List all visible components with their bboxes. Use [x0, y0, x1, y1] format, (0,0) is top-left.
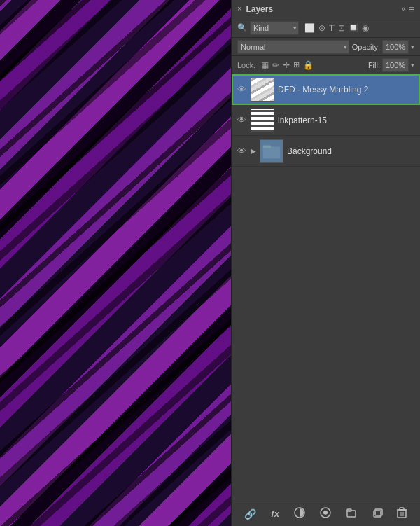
new-fill-icon — [294, 507, 305, 518]
filter-search-icon: 🔍 — [237, 23, 247, 32]
fill-arrow: ▾ — [411, 62, 414, 69]
adjustment-icon — [320, 507, 331, 518]
opacity-group: Opacity: 100% ▾ — [352, 40, 414, 54]
layer-visibility-icon[interactable]: 👁 — [236, 84, 247, 95]
footer-new-adjustment-button[interactable] — [317, 506, 334, 522]
lock-all-icon[interactable]: 🔒 — [303, 60, 314, 70]
layer-expand-icon[interactable]: ▶ — [251, 147, 256, 155]
layer-thumbnail — [260, 139, 284, 163]
footer-new-layer-button[interactable] — [369, 506, 386, 522]
layers-list: 👁 DFD - Messy Marbling 2 👁 inkpattern-15… — [232, 74, 420, 501]
filter-kind-select[interactable]: Kind Name Effect Mode Attribute Color — [250, 21, 299, 35]
footer-new-group-button[interactable] — [343, 506, 360, 522]
layer-name: inkpattern-15 — [278, 116, 416, 125]
layer-item[interactable]: 👁 ▶ Background — [232, 136, 420, 167]
trash-icon — [397, 507, 407, 518]
lock-transparent-icon[interactable]: ▦ — [261, 60, 269, 70]
panel-close-button[interactable]: × — [237, 5, 241, 13]
footer-link-icon[interactable]: 🔗 — [241, 507, 259, 521]
panel-footer: 🔗 fx — [232, 501, 420, 526]
panel-title: Layers — [246, 4, 273, 14]
layer-name: DFD - Messy Marbling 2 — [278, 85, 416, 95]
lock-row: Lock: ▦ ✏ ✛ ⊞ 🔒 Fill: 100% ▾ — [232, 56, 420, 74]
lock-position-icon[interactable]: ✛ — [283, 60, 290, 70]
panel-header-right: « ≡ — [402, 4, 414, 15]
lock-label: Lock: — [237, 61, 255, 69]
filter-adjustment-icon[interactable]: ⊙ — [318, 23, 326, 33]
filter-enabled-icon[interactable]: ◉ — [362, 23, 369, 33]
opacity-value[interactable]: 100% — [382, 40, 409, 54]
blend-mode-select[interactable]: Normal Dissolve Multiply Screen Overlay — [237, 40, 349, 54]
layer-thumbnail — [251, 109, 274, 132]
svg-rect-10 — [400, 508, 404, 510]
svg-rect-0 — [263, 146, 280, 158]
layer-visibility-icon[interactable]: 👁 — [236, 146, 247, 156]
filter-smartobj-icon[interactable]: 🔲 — [349, 23, 358, 32]
filter-text-icon[interactable]: T — [329, 22, 335, 33]
filter-kind-wrap: Kind Name Effect Mode Attribute Color — [250, 21, 299, 35]
filter-shape-icon[interactable]: ⊡ — [338, 23, 345, 33]
fill-value[interactable]: 100% — [382, 58, 409, 72]
filter-pixel-icon[interactable]: ⬜ — [304, 23, 315, 33]
layer-name: Background — [287, 146, 416, 156]
panel-header-left: × Layers — [237, 4, 273, 14]
layer-visibility-icon[interactable]: 👁 — [236, 115, 247, 125]
filter-type-icons: ⬜ ⊙ T ⊡ 🔲 ◉ — [304, 22, 369, 33]
new-layer-icon — [372, 507, 383, 518]
fill-label: Fill: — [368, 61, 380, 69]
opacity-arrow: ▾ — [411, 43, 414, 50]
lock-artboard-icon[interactable]: ⊞ — [293, 60, 300, 69]
lock-icons: ▦ ✏ ✛ ⊞ 🔒 — [261, 60, 314, 70]
footer-delete-button[interactable] — [394, 506, 410, 522]
footer-new-fill-button[interactable] — [291, 506, 308, 522]
panel-menu-icon[interactable]: ≡ — [409, 4, 414, 15]
folder-icon-svg — [260, 139, 283, 163]
layer-item[interactable]: 👁 DFD - Messy Marbling 2 — [232, 74, 420, 105]
panel-collapse-icon[interactable]: « — [402, 5, 406, 13]
layer-item[interactable]: 👁 inkpattern-15 — [232, 105, 420, 136]
blend-mode-row: Normal Dissolve Multiply Screen Overlay … — [232, 38, 420, 56]
filter-row: 🔍 Kind Name Effect Mode Attribute Color … — [232, 18, 420, 38]
panel-header: × Layers « ≡ — [232, 0, 420, 18]
layer-thumbnail — [251, 78, 274, 102]
group-icon — [346, 507, 357, 518]
footer-fx-button[interactable]: fx — [268, 507, 282, 520]
lock-image-icon[interactable]: ✏ — [272, 60, 279, 70]
fill-group: Fill: 100% ▾ — [368, 58, 414, 72]
svg-rect-1 — [263, 145, 271, 148]
opacity-label: Opacity: — [352, 43, 380, 51]
blend-mode-select-wrap: Normal Dissolve Multiply Screen Overlay — [237, 40, 349, 54]
layers-panel: × Layers « ≡ 🔍 Kind Name Effect Mode Att… — [231, 0, 420, 526]
